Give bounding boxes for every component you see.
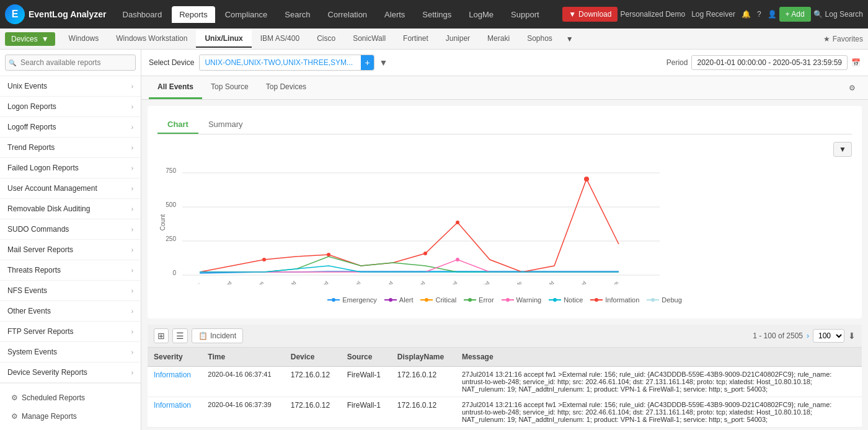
table-header-row: Severity Time Device Source DisplayName …: [148, 348, 862, 367]
device-selector[interactable]: Devices ▼: [5, 32, 55, 46]
list-view-button[interactable]: ☰: [172, 328, 188, 343]
tab-sophos[interactable]: Sophos: [518, 30, 561, 48]
sidebar-item-sudo-commands[interactable]: SUDO Commands ›: [0, 219, 141, 240]
svg-text:passwd: passwd: [378, 280, 394, 284]
sidebar-item-threats-reports[interactable]: Threats Reports ›: [0, 260, 141, 281]
help-icon[interactable]: ?: [757, 10, 761, 19]
log-receiver-link[interactable]: Log Receiver: [691, 10, 735, 19]
chevron-right-icon: ›: [131, 165, 133, 172]
sidebar-label-unix-events: Unix Events: [7, 82, 47, 90]
nav-search[interactable]: Search: [277, 6, 317, 23]
legend-label-warning: Warning: [516, 296, 542, 304]
manage-reports-link[interactable]: ⚙ Manage Reports: [5, 407, 136, 426]
search-icon-nav[interactable]: 🔍: [813, 10, 823, 19]
svg-point-27: [584, 177, 589, 182]
nav-logme[interactable]: LogMe: [461, 6, 501, 23]
per-page-select[interactable]: 100 50 25: [813, 329, 844, 343]
chart-collapse-button[interactable]: ▼: [833, 142, 852, 157]
device-input-wrapper: +: [199, 55, 374, 71]
add-device-button[interactable]: +: [361, 55, 373, 70]
search-wrap: [5, 55, 136, 71]
tab-unix-linux[interactable]: Unix/Linux: [196, 30, 251, 48]
tab-meraki[interactable]: Meraki: [479, 30, 518, 48]
add-label: + Add: [786, 10, 805, 19]
next-page-button[interactable]: ›: [807, 331, 809, 340]
row1-severity[interactable]: Information: [148, 367, 202, 397]
nav-support[interactable]: Support: [503, 6, 547, 23]
tab-juniper[interactable]: Juniper: [437, 30, 479, 48]
notification-icon[interactable]: 🔔: [742, 10, 751, 19]
new-reports-link[interactable]: 💡 Need new reports?: [5, 426, 136, 430]
svg-text:750: 750: [166, 167, 176, 174]
sidebar-item-removable-disk[interactable]: Removable Disk Auditing ›: [0, 199, 141, 219]
chart-tab-summary[interactable]: Summary: [198, 116, 253, 134]
tab-sonicwall[interactable]: SonicWall: [344, 30, 394, 48]
sidebar-label-removable-disk: Removable Disk Auditing: [7, 204, 90, 213]
personalized-demo-link[interactable]: Personalized Demo: [620, 10, 685, 19]
sidebar-item-other-events[interactable]: Other Events ›: [0, 301, 141, 322]
legend-label-critical: Critical: [435, 296, 456, 304]
sidebar-item-device-severity[interactable]: Device Severity Reports ›: [0, 362, 141, 383]
subtab-all-events[interactable]: All Events: [149, 76, 202, 99]
sidebar-label-failed-logon: Failed Logon Reports: [7, 164, 79, 172]
sidebar-label-logon-reports: Logon Reports: [7, 102, 56, 111]
download-button[interactable]: ▼ Download: [562, 7, 618, 22]
sidebar-item-mail-server[interactable]: Mail Server Reports ›: [0, 240, 141, 260]
svg-point-36: [468, 298, 472, 302]
scheduled-reports-link[interactable]: ⚙ Scheduled Reports: [5, 388, 136, 407]
sidebar-item-trend-reports[interactable]: Trend Reports ›: [0, 138, 141, 158]
tab-windows-workstation[interactable]: Windows Workstation: [107, 30, 196, 48]
nav-alerts[interactable]: Alerts: [377, 6, 412, 23]
row2-severity[interactable]: Information: [148, 397, 202, 428]
filter-icon[interactable]: ▼: [379, 58, 388, 68]
sidebar-item-unix-events[interactable]: Unix Events ›: [0, 76, 141, 97]
nav-reports[interactable]: Reports: [172, 6, 215, 23]
legend-label-emergency: Emergency: [342, 296, 377, 304]
add-button[interactable]: + Add: [779, 7, 811, 22]
sidebar-item-ftp-server[interactable]: FTP Server Reports ›: [0, 322, 141, 342]
period-value[interactable]: 2020-01-01 00:00:00 - 2020-05-31 23:59:5…: [691, 55, 848, 70]
more-tabs-button[interactable]: ▼: [561, 31, 578, 47]
svg-point-40: [553, 298, 557, 302]
sidebar-item-user-account[interactable]: User Account Management ›: [0, 178, 141, 199]
sidebar-item-logoff-reports[interactable]: Logoff Reports ›: [0, 117, 141, 138]
sidebar-item-nfs-events[interactable]: NFS Events ›: [0, 281, 141, 301]
legend-alert: Alert: [384, 296, 414, 304]
nav-compliance[interactable]: Compliance: [218, 6, 275, 23]
nav-settings[interactable]: Settings: [415, 6, 459, 23]
tab-fortinet[interactable]: Fortinet: [394, 30, 437, 48]
export-button[interactable]: ⬇: [848, 331, 856, 341]
chart-legend: Emergency Alert Critical Error: [157, 291, 852, 309]
manage-reports-label: Manage Reports: [22, 412, 77, 421]
tab-cisco[interactable]: Cisco: [308, 30, 344, 48]
svg-text:cron: cron: [254, 280, 265, 284]
data-table: Severity Time Device Source DisplayName …: [148, 348, 862, 428]
tab-windows[interactable]: Windows: [60, 30, 108, 48]
search-input[interactable]: [5, 55, 136, 71]
chevron-right-icon: ›: [131, 349, 133, 356]
log-search-label[interactable]: Log Search: [825, 10, 863, 19]
legend-information: Information: [590, 296, 639, 304]
nav-correlation[interactable]: Correlation: [321, 6, 375, 23]
incident-button[interactable]: 📋 Incident: [192, 328, 243, 343]
subtab-top-devices[interactable]: Top Devices: [257, 76, 315, 99]
user-icon[interactable]: 👤: [768, 10, 777, 19]
chevron-right-icon: ›: [131, 185, 133, 192]
svg-point-44: [651, 298, 655, 302]
subtab-top-source[interactable]: Top Source: [202, 76, 257, 99]
sidebar-item-logon-reports[interactable]: Logon Reports ›: [0, 97, 141, 117]
grid-view-button[interactable]: ⊞: [154, 328, 169, 343]
settings-icon[interactable]: ⚙: [844, 79, 861, 97]
chart-tab-chart[interactable]: Chart: [157, 116, 198, 134]
sidebar-item-failed-logon[interactable]: Failed Logon Reports ›: [0, 158, 141, 178]
nav-dashboard[interactable]: Dashboard: [115, 6, 170, 23]
favorites-button[interactable]: ★ Favorites: [823, 35, 863, 43]
tab-ibm-as400[interactable]: IBM AS/400: [252, 30, 308, 48]
row2-message: 27Jul2014 13:21:16 accept fw1 >External …: [456, 397, 862, 428]
grid-icon: ⊞: [157, 331, 165, 341]
sidebar-item-system-events[interactable]: System Events ›: [0, 342, 141, 362]
calendar-icon[interactable]: 📅: [851, 58, 861, 67]
device-value-input[interactable]: [200, 56, 361, 69]
svg-text:sshd: sshd: [479, 280, 490, 284]
row1-source: FireWall-1: [341, 367, 391, 397]
